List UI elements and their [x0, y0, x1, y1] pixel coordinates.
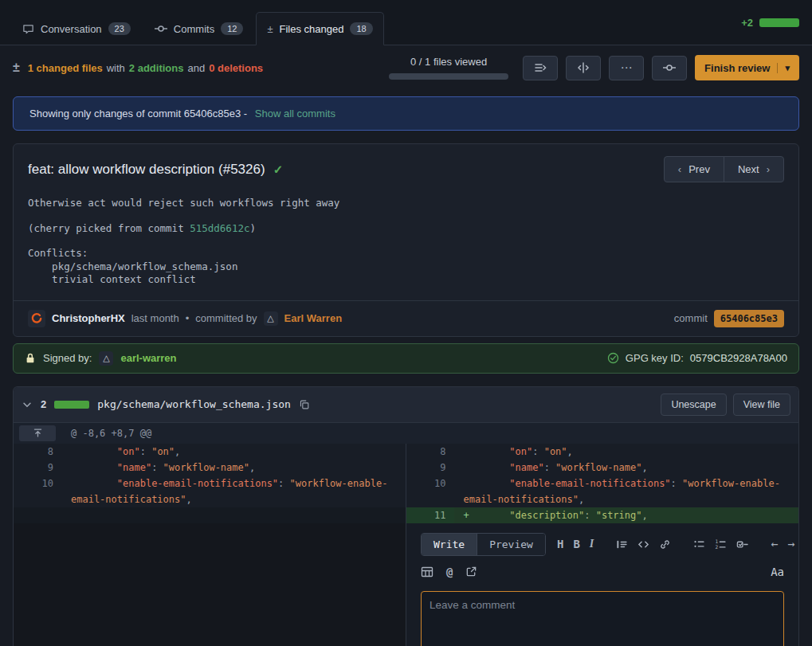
caret-down-icon: ▾: [777, 63, 790, 73]
right-code-line[interactable]: "enable-email-notifications": "workflow-…: [454, 476, 799, 507]
left-code-line[interactable]: "on": "on",: [61, 444, 406, 460]
next-commit-button[interactable]: Next ›: [724, 156, 784, 182]
table-icon[interactable]: [421, 566, 433, 578]
signer-link[interactable]: earl-warren: [120, 352, 176, 364]
diff-code-row: 9 "name": "workflow-name",9 "name": "wor…: [14, 460, 798, 476]
inline-comment-row: Write Preview H B I: [14, 523, 798, 646]
copy-filename-icon[interactable]: [299, 399, 310, 410]
left-code-line[interactable]: "name": "workflow-name",: [61, 460, 406, 476]
commit-author-bar: ChristopherHX last month • committed by …: [14, 300, 798, 336]
write-tab[interactable]: Write: [422, 534, 477, 555]
font-size-button[interactable]: Aa: [771, 566, 784, 577]
split-view-button[interactable]: [566, 56, 601, 80]
review-diff-bar: [759, 18, 799, 27]
file-tree-toggle-button[interactable]: [523, 56, 558, 80]
right-line-number[interactable]: 11: [406, 507, 454, 523]
commit-cherry-line: (cherry picked from commit 515dd6612c): [28, 222, 784, 236]
italic-icon[interactable]: I: [590, 538, 594, 550]
reference-icon[interactable]: [465, 566, 477, 577]
bold-icon[interactable]: B: [573, 538, 579, 550]
diff-options-button[interactable]: ⋯: [609, 56, 644, 80]
comment-icon: [22, 23, 34, 35]
triangle-logo-icon: △: [103, 354, 109, 362]
left-code-line[interactable]: [61, 507, 406, 523]
cherry-commit-link[interactable]: 515dd6612c: [190, 222, 249, 234]
file-changes-count: 2: [41, 398, 46, 410]
changed-files-link[interactable]: 1 changed files: [28, 62, 103, 74]
expand-up-button[interactable]: [19, 425, 56, 441]
tab-commits-count: 12: [221, 22, 243, 35]
finish-review-button[interactable]: Finish review ▾: [695, 55, 799, 80]
commit-select-button[interactable]: [652, 56, 687, 80]
files-viewed-progress: 0 / 1 files viewed: [389, 56, 508, 80]
prev-commit-button[interactable]: ‹ Prev: [664, 156, 724, 182]
right-line-number[interactable]: 8: [406, 444, 454, 460]
split-diff-table: @ -8,6 +8,7 @@ 8 "on": "on",8 "on": "on"…: [14, 423, 798, 646]
heading-icon[interactable]: H: [557, 538, 563, 550]
pr-tab-bar: Conversation 23 Commits 12 ± Files chang…: [0, 0, 812, 45]
comment-textarea[interactable]: [421, 591, 784, 646]
commit-body-line: Otherwise act would reject such workflow…: [28, 197, 784, 210]
right-code-line[interactable]: "on": "on",: [454, 444, 799, 460]
commit-sha-badge[interactable]: 65406c85e3: [714, 310, 784, 327]
cherry-text: (cherry picked from commit: [28, 222, 190, 234]
right-code-line[interactable]: "name": "workflow-name",: [454, 460, 799, 476]
additions-count: 2 additions: [129, 62, 184, 74]
commit-conflicts-block: Conflicts: pkg/schema/workflow_schema.js…: [28, 247, 784, 287]
empty-diff-cell: [14, 523, 406, 646]
finish-review-label: Finish review: [704, 62, 770, 74]
right-line-number[interactable]: 9: [406, 460, 454, 476]
redo-icon[interactable]: →: [787, 538, 794, 550]
left-line-number[interactable]: 10: [14, 476, 61, 507]
committer-avatar[interactable]: △: [264, 311, 278, 326]
review-additions-count: +2: [741, 17, 753, 29]
chevron-right-icon: ›: [767, 163, 770, 175]
commit-icon: [155, 22, 167, 35]
show-all-commits-link[interactable]: Show all commits: [255, 108, 335, 119]
quote-icon[interactable]: [616, 538, 628, 550]
author-avatar[interactable]: [28, 310, 45, 327]
mention-icon[interactable]: @: [446, 566, 453, 577]
notice-text: Showing only changes of commit 65406c85e…: [29, 108, 247, 119]
preview-tab[interactable]: Preview: [477, 534, 545, 555]
commit-card: feat: allow workflow description (#5326)…: [13, 143, 799, 337]
view-file-button[interactable]: View file: [733, 393, 790, 416]
committer-name[interactable]: Earl Warren: [284, 312, 343, 324]
right-code-line[interactable]: + "description": "string",: [454, 507, 799, 523]
gpg-key-info: GPG key ID: 0579CB2928A78A00: [607, 352, 787, 364]
commit-word-label: commit: [674, 312, 708, 324]
numbered-list-icon[interactable]: 12: [715, 538, 727, 550]
tab-conversation[interactable]: Conversation 23: [11, 12, 142, 45]
left-line-number[interactable]: 9: [14, 460, 61, 476]
svg-text:2: 2: [716, 543, 719, 549]
left-line-number[interactable]: 8: [14, 444, 61, 460]
task-list-icon[interactable]: [736, 538, 748, 550]
link-icon[interactable]: [659, 538, 671, 550]
tab-files-changed[interactable]: ± Files changed 18: [256, 12, 383, 45]
undo-icon[interactable]: ←: [771, 538, 778, 550]
tab-files-changed-label: Files changed: [280, 23, 344, 35]
commit-date: last month: [131, 312, 179, 324]
author-name[interactable]: ChristopherHX: [52, 312, 125, 324]
left-code-line[interactable]: "enable-email-notifications": "workflow-…: [61, 476, 406, 507]
diff-summary: 1 changed files with 2 additions and 0 d…: [28, 62, 263, 74]
fold-file-button[interactable]: [22, 399, 33, 410]
code-icon[interactable]: [637, 538, 649, 550]
commit-filter-notice: Showing only changes of commit 65406c85e…: [13, 96, 799, 131]
added-sign: +: [464, 510, 469, 521]
diff-file-card: 2 pkg/schema/workflow_schema.json Unesca…: [13, 386, 799, 646]
commit-status-check-icon[interactable]: ✓: [273, 162, 284, 177]
commit-pager: ‹ Prev Next ›: [664, 156, 784, 182]
file-name[interactable]: pkg/schema/workflow_schema.json: [97, 398, 291, 410]
tab-commits[interactable]: Commits 12: [143, 12, 255, 45]
commit-title: feat: allow workflow description (#5326): [28, 162, 265, 178]
unescape-button[interactable]: Unescape: [661, 393, 726, 416]
left-line-number[interactable]: [14, 507, 61, 523]
right-line-number[interactable]: 10: [406, 476, 454, 507]
deletions-count: 0 deletions: [209, 62, 263, 74]
signer-avatar[interactable]: △: [99, 351, 113, 366]
diff-icon: ±: [267, 23, 273, 35]
triangle-logo-icon: △: [267, 314, 273, 323]
bullet-list-icon[interactable]: [693, 538, 705, 550]
signature-banner: Signed by: △ earl-warren GPG key ID: 057…: [13, 343, 799, 374]
